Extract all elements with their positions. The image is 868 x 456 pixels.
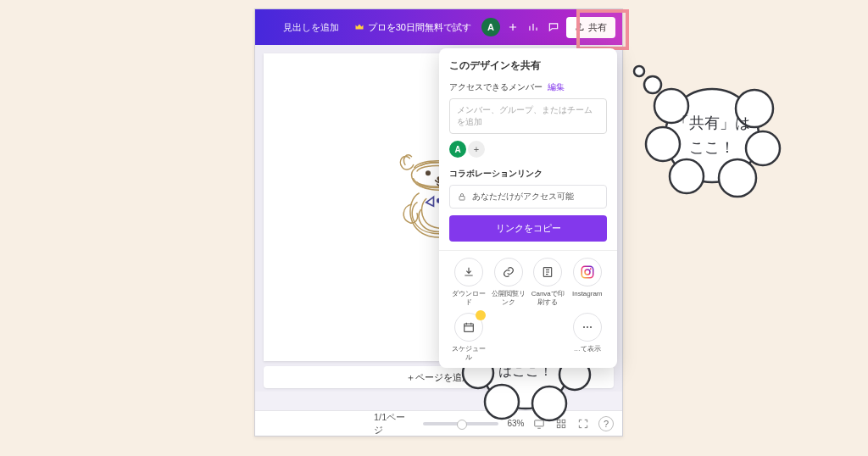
public-link-action[interactable]: 公開閲覧リンク [489,258,529,306]
svg-point-26 [634,66,644,76]
annotation-text: ここ！ [689,136,735,160]
svg-point-25 [644,76,661,93]
svg-rect-8 [562,425,565,428]
svg-point-24 [646,127,680,161]
link-icon [494,258,523,286]
link-access-text: あなただけがアクセス可能 [472,191,574,203]
link-access-select[interactable]: あなただけがアクセス可能 [449,185,607,209]
print-icon [533,258,562,286]
svg-point-20 [736,90,773,127]
top-bar: 見出しを追加 プロを30日間無料で試す A 共有 [255,9,622,45]
svg-rect-9 [459,197,465,201]
member-avatar[interactable]: A [449,141,466,158]
download-label: ダウンロード [449,290,489,306]
share-actions-grid: ダウンロード 公開閲覧リンク Canvaで印刷する Instagram [449,258,607,361]
svg-point-12 [585,270,590,275]
svg-point-18 [665,89,759,182]
view-all-action[interactable]: …て表示 [568,313,608,361]
add-member-button[interactable]: + [468,141,485,158]
calendar-icon [454,313,483,342]
svg-point-19 [654,89,688,123]
lock-icon [457,192,467,202]
svg-point-22 [719,159,756,197]
more-icon [573,313,602,342]
download-action[interactable]: ダウンロード [449,258,489,306]
pro-trial-label: プロを30日間無料で試す [368,21,471,34]
download-icon [454,258,483,286]
schedule-action[interactable]: スケジュール [449,313,489,361]
zoom-value: 63% [507,419,524,428]
svg-point-21 [746,131,780,165]
instagram-icon [573,258,602,286]
svg-point-16 [587,326,588,328]
analytics-icon[interactable] [526,19,541,35]
add-page-button[interactable]: ＋ページを追加 [264,366,614,388]
pro-trial-button[interactable]: プロを30日間無料で試す [349,18,476,37]
collab-label: コラボレーションリンク [449,168,607,180]
access-label-row: アクセスできるメンバー 編集 [449,81,607,93]
svg-point-17 [590,326,592,328]
upload-icon [575,22,585,32]
share-popover: このデザインを共有 アクセスできるメンバー 編集 メンバー、グループ、またはチー… [439,48,617,368]
member-avatars: A + [449,141,607,158]
user-avatar[interactable]: A [481,18,500,36]
print-label: Canvaで印刷する [528,290,568,306]
svg-rect-11 [581,266,593,278]
svg-point-13 [590,268,592,270]
access-label: アクセスできるメンバー [449,81,542,93]
footer-bar: 1/1ページ 63% ? [255,410,622,436]
member-input[interactable]: メンバー、グループ、またはチームを追加 [449,98,607,134]
instagram-action[interactable]: Instagram [568,258,608,306]
fullscreen-icon[interactable] [576,417,590,431]
print-action[interactable]: Canvaで印刷する [528,258,568,306]
comment-icon[interactable] [546,19,561,35]
plus-icon[interactable] [505,19,520,35]
svg-rect-7 [558,425,561,428]
view-device-icon[interactable] [532,417,546,431]
share-button-label: 共有 [588,21,607,34]
svg-rect-14 [465,324,474,331]
annotation-share-bubble: 「共有」は ここ！ [627,59,797,212]
view-all-label: …て表示 [574,345,601,353]
page-indicator: 1/1ページ [374,411,415,437]
popover-title: このデザインを共有 [449,58,607,73]
crown-icon [354,22,364,32]
svg-rect-5 [558,420,561,423]
access-edit-link[interactable]: 編集 [548,81,565,93]
design-title-input[interactable]: 見出しを追加 [278,18,344,37]
schedule-label: スケジュール [449,345,489,361]
divider [439,250,617,251]
grid-view-icon[interactable] [554,417,568,431]
svg-rect-4 [535,420,544,425]
svg-point-15 [583,326,585,328]
help-icon[interactable]: ? [598,416,614,431]
app-window: 見出しを追加 プロを30日間無料で試す A 共有 [254,8,623,437]
annotation-text: 「共有」は [674,111,750,136]
svg-point-23 [670,159,704,193]
instagram-label: Instagram [572,290,603,298]
share-button[interactable]: 共有 [566,17,615,38]
svg-rect-6 [562,420,565,423]
public-link-label: 公開閲覧リンク [489,290,529,306]
copy-link-button[interactable]: リンクをコピー [449,215,607,242]
zoom-slider[interactable] [423,422,498,425]
svg-point-0 [426,171,429,175]
